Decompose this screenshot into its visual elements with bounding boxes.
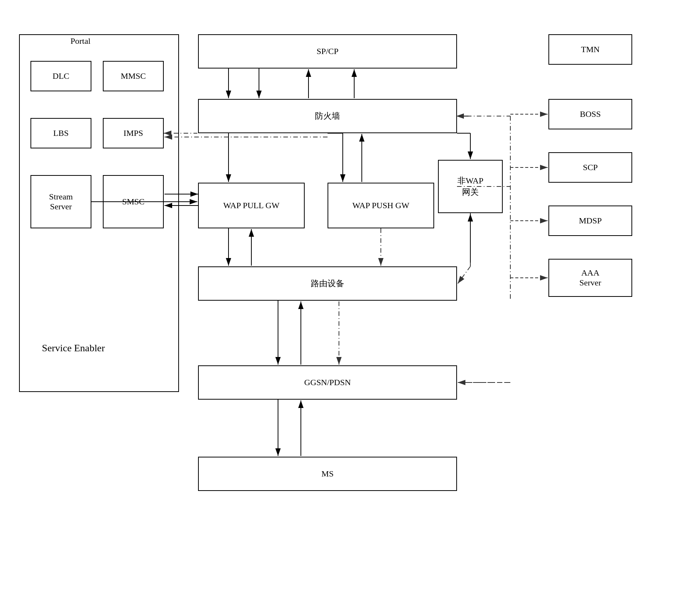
imps-box: IMPS <box>103 118 164 148</box>
mdsp-box: MDSP <box>548 206 632 236</box>
sp-cp-box: SP/CP <box>198 34 457 69</box>
boss-box: BOSS <box>548 99 632 129</box>
wap-pull-box: WAP PULL GW <box>198 183 305 228</box>
svg-line-32 <box>458 266 470 284</box>
firewall-box: 防火墙 <box>198 99 457 133</box>
scp-box: SCP <box>548 152 632 183</box>
wap-push-box: WAP PUSH GW <box>328 183 434 228</box>
smsc-box: SMSC <box>103 175 164 228</box>
aaa-box: AAA Server <box>548 259 632 297</box>
lbs-box: LBS <box>30 118 91 148</box>
fei-wap-box: 非WAP 网关 <box>438 160 503 213</box>
ms-box: MS <box>198 457 457 491</box>
mmsc-box: MMSC <box>103 61 164 91</box>
service-enabler-label: Service Enabler <box>42 343 105 354</box>
ggsn-box: GGSN/PDSN <box>198 365 457 400</box>
stream-server-box: Stream Server <box>30 175 91 228</box>
portal-label: Portal <box>70 36 91 46</box>
router-box: 路由设备 <box>198 266 457 301</box>
dlc-box: DLC <box>30 61 91 91</box>
tmn-box: TMN <box>548 34 632 65</box>
